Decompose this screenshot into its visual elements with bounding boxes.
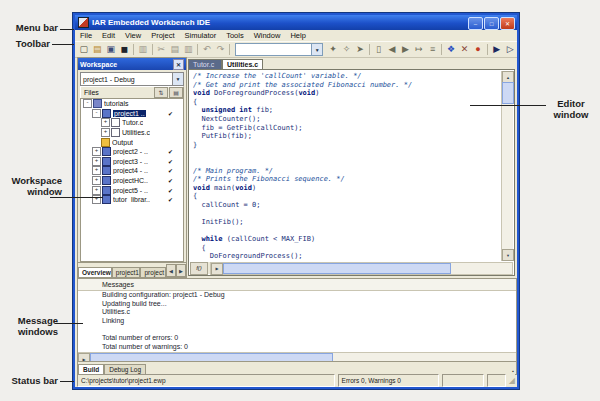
code-area[interactable]: /* Increase the 'callCount' variable. */… [193,72,501,261]
debug-without-downloading-button[interactable]: ▷ [503,43,517,56]
replace-button[interactable]: ✧ [340,43,354,56]
print-button[interactable]: ▥ [136,43,150,56]
horizontal-scroll-thumb[interactable] [223,263,451,274]
save-button[interactable]: ▣ [104,43,118,56]
debug-icon: ▶ [493,43,500,56]
menu-item-file[interactable]: File [75,31,97,40]
next-bookmark-button[interactable]: ▶ [399,43,413,56]
expand-icon[interactable]: + [92,176,101,185]
cut-button[interactable]: ✂ [155,43,169,56]
redo-button[interactable]: ↷ [214,43,228,56]
menu-item-edit[interactable]: Edit [97,31,120,40]
tab-scroll-left-icon[interactable]: ◀ [166,264,176,277]
menu-item-view[interactable]: View [120,31,146,40]
scroll-down-icon[interactable]: ▼ [502,249,514,261]
tree-item-project5[interactable]: +project5 - ..✔ [81,185,183,195]
configuration-dropdown[interactable]: project1 - Debug ▼ [80,72,184,86]
checkmark-icon: ✔ [168,177,173,184]
message-tab-build[interactable]: Build [78,364,104,374]
workspace-title-bar[interactable]: Workspace ✕ [78,58,186,70]
toggle-breakpoint-button[interactable]: ● [471,43,485,56]
function-list-button[interactable]: f() [190,262,208,275]
expand-icon[interactable]: + [92,147,101,156]
workspace-close-icon[interactable]: ✕ [173,59,184,70]
compile-button[interactable]: ≡ [426,43,440,56]
tree-item-project4[interactable]: +project4 - ..✔ [81,166,183,176]
menu-item-help[interactable]: Help [285,31,310,40]
make-button[interactable]: ❖ [444,43,458,56]
new-document-button[interactable]: ▢ [77,43,91,56]
find-button[interactable]: ✦ [326,43,340,56]
expand-icon[interactable]: + [92,157,101,166]
copy-button[interactable]: ▤ [168,43,182,56]
expand-icon[interactable]: + [101,118,110,127]
expand-icon[interactable]: + [92,166,101,175]
maximize-button[interactable]: □ [484,17,499,30]
find-next-button[interactable]: ➤ [353,43,367,56]
minimize-button[interactable]: – [468,17,483,30]
options-button[interactable]: ▤ [169,87,183,98]
tree-item-project1[interactable]: -project1 ..✔ [81,109,183,119]
status-panel-empty [442,374,484,387]
go-to-button[interactable]: ↦ [412,43,426,56]
expand-icon[interactable]: + [101,128,110,137]
open-file-button[interactable]: ▤ [91,43,105,56]
menu-bar-label: Menu bar [4,23,58,34]
undo-button[interactable]: ↶ [200,43,214,56]
tree-item-project3[interactable]: +project3 - ..✔ [81,157,183,167]
editor-horizontal-scrollbar[interactable]: ◀ ▶ [210,262,513,275]
tree-item-project2[interactable]: +project2 - ..✔ [81,147,183,157]
build-log[interactable]: Building configuration: project1 - Debug… [78,291,516,352]
files-header-label: Files [84,89,99,96]
menu-item-window[interactable]: Window [249,31,286,40]
editor-window: Tutor.cUtilities.c /* Increase the 'call… [188,57,515,276]
close-button[interactable]: ✕ [500,17,515,30]
collapse-icon[interactable]: - [83,99,92,108]
workspace-tab-project[interactable]: project [140,267,165,277]
workspace-tab-overview[interactable]: Overview [78,267,112,277]
messages-leader-line [55,323,83,324]
code-line: void DoForegroundProcess(void) [193,89,501,98]
editor-tab-utilities-c[interactable]: Utilities.c [222,59,263,69]
tree-item-tutor-c[interactable]: +Tutor.c [81,118,183,128]
log-line: Linking [102,317,516,326]
tree-item-projecthc[interactable]: +projectHC..✔ [81,176,183,186]
code-line: fib = GetFib(callCount); [193,124,501,133]
message-tab-debug-log[interactable]: Debug Log [104,364,146,374]
editor-vertical-scrollbar[interactable]: ▲ ▼ [501,71,513,261]
code-line: PutFib(fib); [193,132,501,141]
save-icon: ▣ [107,43,116,56]
chevron-down-icon[interactable]: ▼ [172,73,183,85]
print-icon: ▥ [139,43,148,56]
toolbar-search-combobox[interactable]: ▼ [235,43,323,56]
code-line: } [193,141,501,150]
debug-button[interactable]: ▶ [490,43,504,56]
tree-item-output[interactable]: Output [81,137,183,147]
title-bar[interactable]: IAR Embedded Workbench IDE – □ ✕ [75,15,517,30]
menu-item-project[interactable]: Project [146,31,179,40]
vertical-scroll-thumb[interactable] [502,82,514,104]
paste-button[interactable]: ▥ [182,43,196,56]
menu-item-simulator[interactable]: Simulator [180,31,222,40]
editor-tab-tutor-c[interactable]: Tutor.c [188,59,222,69]
messages-header-label: Messages [102,281,134,288]
toggle-bookmark-button[interactable]: ▯ [372,43,386,56]
log-line: Total number of warnings: 0 [102,343,516,352]
chevron-down-icon[interactable]: ▼ [311,44,322,55]
columns-button[interactable]: ⇅ [154,87,168,98]
resize-grip-icon[interactable]: ◢ [509,377,515,385]
cut-icon: ✂ [158,43,166,56]
tree-item-tutorials[interactable]: -tutorials [81,99,183,109]
tab-scroll-right-icon[interactable]: ▶ [176,264,186,277]
expand-icon[interactable]: + [92,186,101,195]
previous-bookmark-button[interactable]: ◀ [385,43,399,56]
menu-item-tools[interactable]: Tools [221,31,249,40]
save-all-button[interactable]: ◼ [118,43,132,56]
tree-item-utilities-c[interactable]: +Utilities.c [81,128,183,138]
collapse-icon[interactable]: - [92,109,101,118]
scroll-right-icon[interactable]: ▶ [211,263,223,275]
workspace-tab-project1[interactable]: project1 [112,267,141,277]
stop-build-button[interactable]: ✕ [458,43,472,56]
editor-body[interactable]: /* Increase the 'callCount' variable. */… [188,69,515,276]
status-errors-warnings: Errors 0, Warnings 0 [338,374,439,387]
